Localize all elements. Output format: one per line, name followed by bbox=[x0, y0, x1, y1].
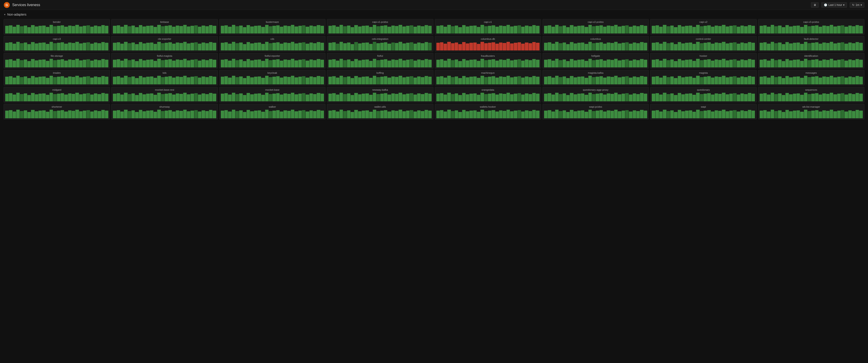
service-card[interactable]: fraudbusters bbox=[435, 53, 541, 69]
service-card[interactable]: magista-kafka bbox=[542, 70, 649, 86]
bar bbox=[50, 42, 53, 51]
service-card[interactable]: columbus-db bbox=[435, 36, 541, 52]
service-card[interactable]: hellgate bbox=[542, 53, 649, 69]
service-card[interactable]: fistful-magista bbox=[111, 53, 218, 69]
bar bbox=[373, 25, 376, 33]
refresh-button[interactable]: ↻ 1m ▾ bbox=[850, 2, 864, 8]
service-card[interactable]: koffing bbox=[327, 70, 433, 86]
service-card[interactable]: identification bbox=[758, 53, 864, 69]
service-card[interactable]: wallets-hooker bbox=[435, 104, 541, 120]
bar bbox=[726, 94, 729, 101]
monitor-button[interactable]: 🖥 bbox=[811, 2, 819, 8]
service-card[interactable]: binbase bbox=[111, 19, 218, 35]
service-card[interactable]: newway-kafka bbox=[327, 87, 433, 102]
bar bbox=[332, 110, 336, 118]
bar bbox=[462, 93, 466, 101]
service-card[interactable]: shortener bbox=[4, 104, 110, 120]
bar bbox=[800, 44, 804, 51]
service-card[interactable]: fault-detector bbox=[758, 36, 864, 52]
service-card[interactable]: midgard bbox=[4, 87, 110, 102]
service-card[interactable]: sequences bbox=[758, 87, 864, 102]
service-card[interactable]: questionary-aggr-proxy bbox=[542, 87, 649, 102]
bar bbox=[101, 25, 105, 33]
service-card[interactable]: wb-list-manager bbox=[758, 104, 864, 120]
service-card[interactable]: capi-v1-pcidss bbox=[327, 19, 433, 35]
bar bbox=[113, 94, 116, 101]
bar bbox=[395, 111, 398, 118]
bar bbox=[258, 26, 261, 33]
bar bbox=[261, 61, 265, 67]
clock-icon: 🕐 bbox=[824, 3, 827, 6]
service-card[interactable]: wapi-pcidss bbox=[542, 104, 649, 120]
bar bbox=[811, 77, 815, 85]
service-card[interactable]: cbr-exporter bbox=[111, 36, 218, 52]
bar bbox=[236, 26, 239, 33]
service-card[interactable]: keycloak bbox=[219, 70, 326, 86]
service-card[interactable]: magista bbox=[650, 70, 756, 86]
service-card[interactable]: wallet-utils bbox=[327, 104, 433, 120]
bar bbox=[808, 77, 811, 85]
bar bbox=[94, 26, 97, 33]
service-name: cds bbox=[221, 37, 324, 40]
bar bbox=[696, 93, 700, 101]
bar bbox=[611, 26, 614, 33]
service-card[interactable]: capi-v2 bbox=[650, 19, 756, 35]
bar bbox=[154, 95, 157, 101]
section-header[interactable]: ▼ Non-adapters bbox=[4, 13, 864, 16]
bar bbox=[811, 43, 815, 51]
bar bbox=[544, 110, 548, 118]
service-card[interactable]: wapi bbox=[650, 104, 756, 120]
bar bbox=[603, 27, 607, 33]
bar bbox=[771, 25, 774, 33]
service-card[interactable]: walker bbox=[219, 104, 326, 120]
bar bbox=[351, 61, 354, 67]
service-card[interactable]: kds bbox=[111, 70, 218, 86]
service-card[interactable]: fistful bbox=[327, 53, 433, 69]
service-card[interactable]: cds bbox=[219, 36, 326, 52]
bar bbox=[726, 77, 729, 85]
bar bbox=[402, 60, 406, 67]
bar bbox=[354, 76, 358, 85]
bar bbox=[406, 26, 409, 33]
service-card[interactable]: capi-v1 bbox=[435, 19, 541, 35]
bar bbox=[247, 76, 250, 85]
bar bbox=[276, 93, 280, 101]
service-card[interactable]: hooker bbox=[650, 53, 756, 69]
bar bbox=[532, 25, 536, 33]
service-card[interactable]: ceb-integration bbox=[327, 36, 433, 52]
service-card[interactable]: file-storage bbox=[4, 53, 110, 69]
service-card[interactable]: questionary bbox=[650, 87, 756, 102]
service-card[interactable]: bustermaze bbox=[219, 19, 326, 35]
service-card[interactable]: mocket-base-rest bbox=[111, 87, 218, 102]
service-card[interactable]: orangedata bbox=[435, 87, 541, 102]
service-name: columbus bbox=[544, 37, 647, 40]
service-card[interactable]: insales bbox=[4, 70, 110, 86]
bar bbox=[417, 60, 421, 67]
bar bbox=[376, 60, 380, 67]
bar bbox=[760, 26, 763, 33]
service-card[interactable]: capi-v3-pcidss bbox=[758, 19, 864, 35]
service-card[interactable]: capi-v2-pcidss bbox=[542, 19, 649, 35]
service-card[interactable]: bender bbox=[4, 19, 110, 35]
bar bbox=[633, 60, 636, 67]
bar bbox=[53, 43, 57, 51]
service-card[interactable]: fistful-reporter bbox=[219, 53, 326, 69]
bar bbox=[782, 61, 785, 67]
bar bbox=[782, 112, 785, 118]
bar bbox=[213, 60, 216, 67]
bar bbox=[336, 111, 339, 118]
time-range-button[interactable]: 🕐 Last 1 hour ▾ bbox=[822, 2, 847, 8]
bar bbox=[272, 26, 276, 33]
bar bbox=[269, 26, 272, 33]
bar bbox=[844, 27, 848, 33]
service-card[interactable]: messages bbox=[758, 70, 864, 86]
service-card[interactable]: columbus bbox=[542, 36, 649, 52]
bar bbox=[75, 42, 79, 51]
service-card[interactable]: control-center bbox=[650, 36, 756, 52]
bar bbox=[105, 94, 108, 101]
service-card[interactable]: mocket-base bbox=[219, 87, 326, 102]
bar bbox=[46, 27, 49, 33]
service-card[interactable]: shumway bbox=[111, 104, 218, 120]
service-card[interactable]: capi-v3 bbox=[4, 36, 110, 52]
service-card[interactable]: machinegun bbox=[435, 70, 541, 86]
